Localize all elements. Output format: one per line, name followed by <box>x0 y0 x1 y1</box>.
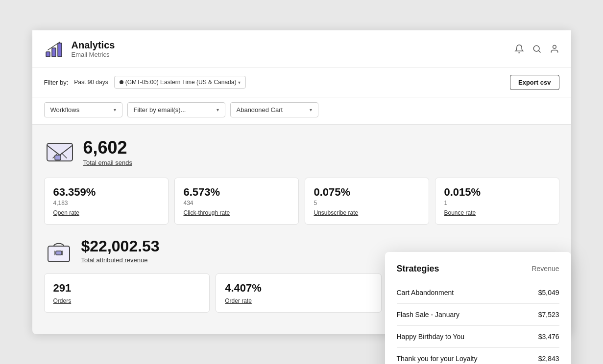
unsub-count: 5 <box>314 200 420 206</box>
orders-label[interactable]: Orders <box>53 297 201 304</box>
dropdowns-bar: Workflows ▾ Filter by email(s)... ▾ Aban… <box>32 97 571 125</box>
strategy-item-loyalty: Thank you for your Loyalty $2,843 <box>397 348 559 364</box>
revenue-value: $22,002.53 <box>81 237 160 255</box>
total-sends-value: 6,602 <box>83 137 132 158</box>
campaign-dropdown[interactable]: Abandoned Cart ▾ <box>230 102 318 117</box>
app-subtitle: Email Metrics <box>72 51 115 58</box>
orders-val: 291 <box>53 282 201 295</box>
chevron-down-icon: ▾ <box>310 107 312 113</box>
tz-dot <box>120 80 123 84</box>
workflows-dropdown-label: Workflows <box>50 106 80 114</box>
rev-card-order-rate: 4.407% Order rate <box>216 273 382 313</box>
chevron-down-icon: ▾ <box>217 107 219 113</box>
open-rate-count: 4,183 <box>53 200 159 206</box>
strategy-name: Flash Sale - January <box>397 311 459 318</box>
strategy-name: Cart Abandonment <box>397 289 454 296</box>
header: Analytics Email Metrics <box>32 30 571 68</box>
bounce-count: 1 <box>444 200 550 206</box>
analytics-logo-icon <box>44 38 66 60</box>
svg-point-3 <box>533 46 539 51</box>
unsub-label[interactable]: Unsubscribe rate <box>314 209 420 216</box>
strategies-title: Strategies <box>397 264 439 274</box>
order-rate-label[interactable]: Order rate <box>225 297 372 304</box>
strategy-revenue: $2,843 <box>538 355 559 363</box>
strategy-item-cart-abandonment: Cart Abandonment $5,049 <box>397 282 559 304</box>
svg-rect-1 <box>52 48 56 57</box>
unsub-pct: 0.075% <box>314 186 420 199</box>
strategy-revenue: $3,476 <box>538 333 559 341</box>
strategy-item-happy-birthday: Happy Birthday to You $3,476 <box>397 326 559 348</box>
filters-bar: Filter by: Past 90 days (GMT-05:00) East… <box>32 68 571 97</box>
bounce-pct: 0.015% <box>444 186 550 199</box>
svg-point-4 <box>553 45 556 48</box>
strategy-item-flash-sale: Flash Sale - January $7,523 <box>397 304 559 326</box>
strategy-name: Thank you for your Loyalty <box>397 355 478 363</box>
svg-rect-0 <box>46 52 50 57</box>
rev-card-orders: 291 Orders <box>44 273 210 313</box>
ctr-count: 434 <box>184 200 289 206</box>
header-icons <box>514 44 559 54</box>
chevron-down-icon: ▾ <box>114 107 116 113</box>
emails-filter-dropdown[interactable]: Filter by email(s)... ▾ <box>127 102 225 117</box>
total-sends-label[interactable]: Total email sends <box>83 159 132 166</box>
strategies-header: Strategies Revenue <box>397 264 559 274</box>
workflows-dropdown[interactable]: Workflows ▾ <box>44 102 122 117</box>
strategy-revenue: $5,049 <box>538 289 559 296</box>
metric-card-unsub: 0.075% 5 Unsubscribe rate <box>305 178 429 225</box>
time-range-text: Past 90 days <box>74 79 108 86</box>
app-screen: Analytics Email Metrics Filter by: <box>32 30 571 334</box>
emails-filter-placeholder: Filter by email(s)... <box>134 106 186 114</box>
strategy-revenue: $7,523 <box>538 311 559 318</box>
revenue-icon <box>44 236 73 266</box>
ctr-pct: 6.573% <box>184 186 289 199</box>
timezone-text: (GMT-05:00) Eastern Time (US & Canada) <box>125 79 237 86</box>
total-sends-info: 6,602 Total email sends <box>83 137 132 167</box>
svg-rect-2 <box>58 43 62 57</box>
header-title: Analytics Email Metrics <box>72 40 115 58</box>
revenue-info: $22,002.53 Total attributed revenue <box>81 237 160 264</box>
bounce-label[interactable]: Bounce rate <box>444 209 550 216</box>
svg-rect-6 <box>55 155 61 160</box>
metric-card-ctr: 6.573% 434 Click-through rate <box>174 178 299 225</box>
chevron-down-icon: ▾ <box>238 80 241 85</box>
svg-rect-10 <box>56 251 62 255</box>
email-metrics-row: 63.359% 4,183 Open rate 6.573% 434 Click… <box>44 178 559 225</box>
strategies-revenue-col-label: Revenue <box>531 265 559 273</box>
email-icon <box>44 136 75 168</box>
revenue-label[interactable]: Total attributed revenue <box>81 256 148 264</box>
open-rate-label[interactable]: Open rate <box>53 209 159 216</box>
header-left: Analytics Email Metrics <box>44 38 115 60</box>
filter-label: Filter by: <box>44 79 69 86</box>
campaign-dropdown-label: Abandoned Cart <box>237 106 283 114</box>
main-content: 6,602 Total email sends 63.359% 4,183 Op… <box>32 125 571 334</box>
metric-card-bounce: 0.015% 1 Bounce rate <box>435 178 559 225</box>
bell-icon[interactable] <box>514 44 524 54</box>
total-sends-section: 6,602 Total email sends <box>44 136 559 168</box>
metric-card-open-rate: 63.359% 4,183 Open rate <box>44 178 169 225</box>
strategies-popup: Strategies Revenue Cart Abandonment $5,0… <box>385 252 571 364</box>
open-rate-pct: 63.359% <box>53 186 159 199</box>
timezone-selector[interactable]: (GMT-05:00) Eastern Time (US & Canada) ▾ <box>114 76 246 89</box>
time-range-display: Past 90 days <box>74 79 108 86</box>
app-title: Analytics <box>72 40 115 51</box>
ctr-label[interactable]: Click-through rate <box>184 209 289 216</box>
strategies-list: Cart Abandonment $5,049 Flash Sale - Jan… <box>397 282 559 364</box>
export-csv-button[interactable]: Export csv <box>510 75 559 90</box>
search-icon[interactable] <box>532 44 542 54</box>
strategy-name: Happy Birthday to You <box>397 333 465 341</box>
order-rate-val: 4.407% <box>225 282 372 295</box>
user-icon[interactable] <box>550 44 559 54</box>
